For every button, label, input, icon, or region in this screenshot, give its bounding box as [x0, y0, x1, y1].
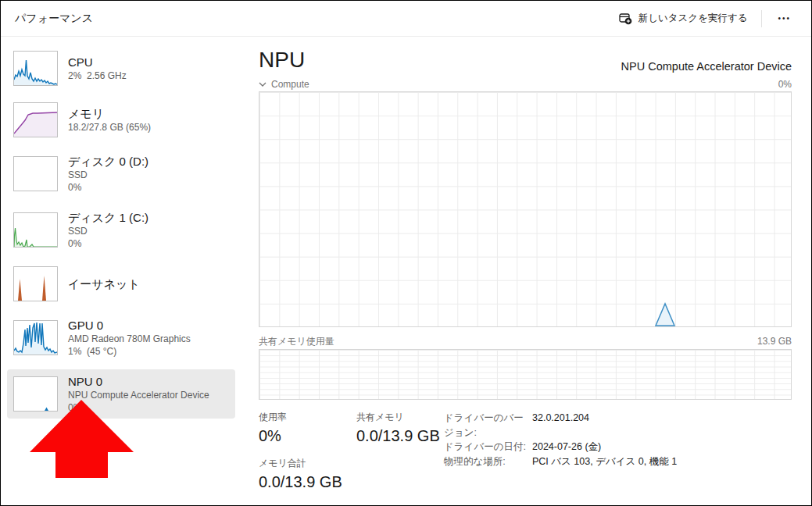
disk0-sparkline: [13, 156, 58, 191]
disk1-sparkline: [13, 212, 58, 248]
device-name: NPU Compute Accelerator Device: [621, 57, 792, 76]
npu-detail-panel: NPU NPU Compute Accelerator Device Compu…: [241, 37, 811, 505]
sidebar-item-subtitle: SSD: [68, 225, 148, 237]
new-task-icon: [619, 12, 632, 25]
sidebar-item-title: ディスク 1 (C:): [68, 210, 148, 225]
driver-date-label: ドライバーの日付:: [444, 440, 532, 454]
sidebar-item-title: メモリ: [68, 106, 151, 121]
run-new-task-button[interactable]: 新しいタスクを実行する: [611, 7, 756, 30]
ethernet-sparkline: [13, 266, 58, 301]
driver-info-row: 物理的な場所: PCI バス 103, デバイス 0, 機能 1: [444, 454, 677, 469]
sidebar-item-subtitle: 0%: [68, 181, 148, 194]
npu-stats: 使用率 0% メモリ合計 0.0/13.9 GB 共有メモリ 0.0/13.9 …: [259, 411, 792, 493]
sidebar-item-title: CPU: [68, 55, 127, 69]
sidebar-item-memory[interactable]: メモリ 18.2/27.8 GB (65%): [7, 98, 235, 142]
utilization-label: 使用率: [259, 411, 356, 423]
app-header: パフォーマンス 新しいタスクを実行する •••: [1, 1, 811, 37]
shared-memory-stat-value: 0.0/13.9 GB: [356, 425, 444, 447]
shared-memory-label: 共有メモリ使用量: [259, 335, 334, 348]
sidebar-item-subtitle: SSD: [68, 169, 148, 181]
sidebar-item-title: NPU 0: [68, 374, 209, 389]
physical-location-label: 物理的な場所:: [444, 454, 532, 469]
sidebar-item-title: イーサネット: [68, 276, 140, 291]
sidebar-item-ethernet[interactable]: イーサネット: [7, 262, 235, 306]
sidebar-item-title: GPU 0: [68, 318, 191, 333]
more-options-icon: •••: [778, 14, 791, 23]
run-new-task-label: 新しいタスクを実行する: [639, 12, 748, 25]
compute-usage-spike: [654, 302, 676, 326]
driver-info-row: ドライバーの日付: 2024-07-26 (金): [444, 440, 677, 454]
total-memory-value: 0.0/13.9 GB: [259, 471, 356, 493]
shared-memory-stat-label: 共有メモリ: [356, 411, 444, 423]
compute-usage-percent: 0%: [778, 79, 792, 90]
sidebar-item-subtitle: 1% (45 °C): [68, 345, 191, 358]
sidebar-item-subtitle: 2% 2.56 GHz: [68, 69, 127, 82]
cpu-sparkline: [13, 51, 58, 86]
driver-version-value: 32.0.201.204: [532, 411, 589, 440]
sidebar-item-disk1[interactable]: ディスク 1 (C:) SSD 0%: [7, 205, 235, 255]
memory-sparkline: [13, 102, 58, 137]
sidebar-item-title: ディスク 0 (D:): [68, 154, 148, 169]
compute-section-header[interactable]: Compute: [259, 79, 309, 90]
npu-title: NPU: [259, 45, 305, 76]
driver-info-row: ドライバーのバージョン: 32.0.201.204: [444, 411, 677, 440]
gpu0-sparkline: [13, 320, 58, 355]
compute-section-label: Compute: [271, 79, 309, 90]
sidebar-item-cpu[interactable]: CPU 2% 2.56 GHz: [7, 46, 235, 91]
sidebar-item-gpu0[interactable]: GPU 0 AMD Radeon 780M Graphics 1% (45 °C…: [7, 313, 235, 362]
sidebar-item-subtitle: 18.2/27.8 GB (65%): [68, 121, 151, 134]
driver-date-value: 2024-07-26 (金): [532, 440, 601, 454]
driver-info: ドライバーのバージョン: 32.0.201.204 ドライバーの日付: 2024…: [444, 411, 677, 493]
driver-version-label: ドライバーのバージョン:: [444, 411, 532, 440]
shared-memory-chart: [259, 349, 792, 400]
utilization-value: 0%: [259, 425, 356, 447]
sidebar-item-disk0[interactable]: ディスク 0 (D:) SSD 0%: [7, 149, 235, 198]
physical-location-value: PCI バス 103, デバイス 0, 機能 1: [532, 454, 677, 469]
task-manager-window: { "window": { "title": "パフォーマンス", "run_n…: [0, 0, 812, 506]
sidebar-item-subtitle: AMD Radeon 780M Graphics: [68, 333, 191, 345]
page-title: パフォーマンス: [15, 12, 93, 26]
header-divider: [761, 10, 762, 27]
total-memory-label: メモリ合計: [259, 457, 356, 469]
npu-compute-chart: [259, 91, 792, 327]
shared-memory-max: 13.9 GB: [757, 336, 792, 347]
more-options-button[interactable]: •••: [768, 9, 800, 27]
chevron-down-icon: [259, 82, 266, 87]
red-arrow-annotation: [30, 400, 134, 478]
sidebar-item-subtitle: 0%: [68, 237, 148, 250]
